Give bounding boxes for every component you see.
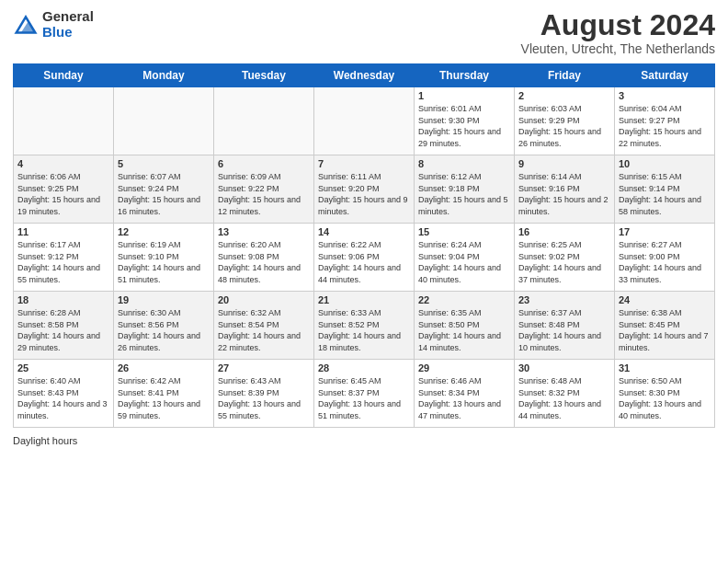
- day-number: 21: [318, 294, 410, 305]
- header: General Blue August 2024 Vleuten, Utrech…: [13, 9, 715, 56]
- logo-blue-text: Blue: [42, 25, 94, 40]
- day-number: 24: [619, 294, 711, 305]
- day-number: 31: [619, 362, 711, 373]
- day-number: 2: [518, 90, 610, 101]
- calendar-day-cell: 13Sunrise: 6:20 AM Sunset: 9:08 PM Dayli…: [214, 224, 314, 292]
- calendar-day-header: Friday: [515, 64, 615, 87]
- day-info: Sunrise: 6:38 AM Sunset: 8:45 PM Dayligh…: [619, 307, 711, 353]
- calendar-day-cell: 18Sunrise: 6:28 AM Sunset: 8:58 PM Dayli…: [14, 292, 114, 360]
- calendar-day-cell: 28Sunrise: 6:45 AM Sunset: 8:37 PM Dayli…: [314, 360, 415, 428]
- day-info: Sunrise: 6:28 AM Sunset: 8:58 PM Dayligh…: [17, 307, 109, 353]
- day-number: 26: [118, 362, 210, 373]
- footer-text: Daylight hours: [13, 435, 77, 446]
- day-info: Sunrise: 6:46 AM Sunset: 8:34 PM Dayligh…: [418, 375, 510, 421]
- day-number: 18: [17, 294, 109, 305]
- day-number: 12: [118, 226, 210, 237]
- day-info: Sunrise: 6:43 AM Sunset: 8:39 PM Dayligh…: [218, 375, 310, 421]
- logo: General Blue: [13, 9, 94, 40]
- day-info: Sunrise: 6:32 AM Sunset: 8:54 PM Dayligh…: [218, 307, 310, 353]
- day-number: 23: [518, 294, 610, 305]
- calendar-day-cell: 10Sunrise: 6:15 AM Sunset: 9:14 PM Dayli…: [615, 155, 715, 224]
- calendar-day-cell: 3Sunrise: 6:04 AM Sunset: 9:27 PM Daylig…: [615, 87, 715, 155]
- calendar-day-cell: 17Sunrise: 6:27 AM Sunset: 9:00 PM Dayli…: [615, 224, 715, 292]
- page: General Blue August 2024 Vleuten, Utrech…: [0, 0, 728, 563]
- day-number: 17: [619, 226, 711, 237]
- calendar-day-cell: 19Sunrise: 6:30 AM Sunset: 8:56 PM Dayli…: [114, 292, 214, 360]
- day-info: Sunrise: 6:12 AM Sunset: 9:18 PM Dayligh…: [418, 171, 510, 217]
- calendar-day-cell: 30Sunrise: 6:48 AM Sunset: 8:32 PM Dayli…: [515, 360, 615, 428]
- day-info: Sunrise: 6:19 AM Sunset: 9:10 PM Dayligh…: [118, 239, 210, 285]
- calendar-day-cell: 29Sunrise: 6:46 AM Sunset: 8:34 PM Dayli…: [415, 360, 515, 428]
- calendar-week-row: 4Sunrise: 6:06 AM Sunset: 9:25 PM Daylig…: [14, 155, 715, 224]
- day-info: Sunrise: 6:11 AM Sunset: 9:20 PM Dayligh…: [318, 171, 410, 217]
- day-number: 20: [218, 294, 310, 305]
- calendar-day-cell: 16Sunrise: 6:25 AM Sunset: 9:02 PM Dayli…: [515, 224, 615, 292]
- day-info: Sunrise: 6:25 AM Sunset: 9:02 PM Dayligh…: [518, 239, 610, 285]
- day-number: 28: [318, 362, 410, 373]
- location: Vleuten, Utrecht, The Netherlands: [521, 41, 715, 56]
- calendar-header-row: SundayMondayTuesdayWednesdayThursdayFrid…: [14, 64, 715, 87]
- calendar-day-cell: 1Sunrise: 6:01 AM Sunset: 9:30 PM Daylig…: [415, 87, 515, 155]
- calendar-week-row: 11Sunrise: 6:17 AM Sunset: 9:12 PM Dayli…: [14, 224, 715, 292]
- calendar-day-cell: 27Sunrise: 6:43 AM Sunset: 8:39 PM Dayli…: [214, 360, 314, 428]
- calendar-day-header: Saturday: [615, 64, 715, 87]
- calendar-day-cell: 8Sunrise: 6:12 AM Sunset: 9:18 PM Daylig…: [415, 155, 515, 224]
- day-info: Sunrise: 6:45 AM Sunset: 8:37 PM Dayligh…: [318, 375, 410, 421]
- calendar-day-header: Monday: [114, 64, 214, 87]
- calendar-day-header: Tuesday: [214, 64, 314, 87]
- calendar-week-row: 1Sunrise: 6:01 AM Sunset: 9:30 PM Daylig…: [14, 87, 715, 155]
- calendar-table: SundayMondayTuesdayWednesdayThursdayFrid…: [13, 63, 715, 428]
- calendar-day-cell: 4Sunrise: 6:06 AM Sunset: 9:25 PM Daylig…: [14, 155, 114, 224]
- day-number: 9: [518, 158, 610, 169]
- day-number: 25: [17, 362, 109, 373]
- day-info: Sunrise: 6:17 AM Sunset: 9:12 PM Dayligh…: [17, 239, 109, 285]
- day-info: Sunrise: 6:15 AM Sunset: 9:14 PM Dayligh…: [619, 171, 711, 217]
- logo-icon: [13, 14, 39, 36]
- calendar-day-cell: 31Sunrise: 6:50 AM Sunset: 8:30 PM Dayli…: [615, 360, 715, 428]
- calendar-day-cell: [214, 87, 314, 155]
- day-info: Sunrise: 6:14 AM Sunset: 9:16 PM Dayligh…: [518, 171, 610, 217]
- calendar-day-cell: 26Sunrise: 6:42 AM Sunset: 8:41 PM Dayli…: [114, 360, 214, 428]
- day-info: Sunrise: 6:04 AM Sunset: 9:27 PM Dayligh…: [619, 103, 711, 149]
- day-number: 7: [318, 158, 410, 169]
- day-info: Sunrise: 6:03 AM Sunset: 9:29 PM Dayligh…: [518, 103, 610, 149]
- day-info: Sunrise: 6:33 AM Sunset: 8:52 PM Dayligh…: [318, 307, 410, 353]
- calendar-day-cell: 23Sunrise: 6:37 AM Sunset: 8:48 PM Dayli…: [515, 292, 615, 360]
- calendar-day-header: Sunday: [14, 64, 114, 87]
- calendar-day-cell: 6Sunrise: 6:09 AM Sunset: 9:22 PM Daylig…: [214, 155, 314, 224]
- day-info: Sunrise: 6:42 AM Sunset: 8:41 PM Dayligh…: [118, 375, 210, 421]
- calendar-day-cell: 12Sunrise: 6:19 AM Sunset: 9:10 PM Dayli…: [114, 224, 214, 292]
- day-info: Sunrise: 6:40 AM Sunset: 8:43 PM Dayligh…: [17, 375, 109, 421]
- day-info: Sunrise: 6:50 AM Sunset: 8:30 PM Dayligh…: [619, 375, 711, 421]
- day-number: 4: [17, 158, 109, 169]
- calendar-day-cell: 2Sunrise: 6:03 AM Sunset: 9:29 PM Daylig…: [515, 87, 615, 155]
- day-info: Sunrise: 6:22 AM Sunset: 9:06 PM Dayligh…: [318, 239, 410, 285]
- calendar-week-row: 25Sunrise: 6:40 AM Sunset: 8:43 PM Dayli…: [14, 360, 715, 428]
- day-info: Sunrise: 6:37 AM Sunset: 8:48 PM Dayligh…: [518, 307, 610, 353]
- day-info: Sunrise: 6:30 AM Sunset: 8:56 PM Dayligh…: [118, 307, 210, 353]
- calendar-day-cell: 25Sunrise: 6:40 AM Sunset: 8:43 PM Dayli…: [14, 360, 114, 428]
- calendar-day-cell: 21Sunrise: 6:33 AM Sunset: 8:52 PM Dayli…: [314, 292, 415, 360]
- title-block: August 2024 Vleuten, Utrecht, The Nether…: [521, 9, 715, 56]
- calendar-day-header: Thursday: [415, 64, 515, 87]
- day-info: Sunrise: 6:01 AM Sunset: 9:30 PM Dayligh…: [418, 103, 510, 149]
- calendar-day-cell: 22Sunrise: 6:35 AM Sunset: 8:50 PM Dayli…: [415, 292, 515, 360]
- day-number: 19: [118, 294, 210, 305]
- footer: Daylight hours: [13, 431, 715, 448]
- day-number: 10: [619, 158, 711, 169]
- calendar-day-cell: 24Sunrise: 6:38 AM Sunset: 8:45 PM Dayli…: [615, 292, 715, 360]
- logo-general-text: General: [42, 9, 94, 25]
- day-number: 30: [518, 362, 610, 373]
- calendar-day-cell: 14Sunrise: 6:22 AM Sunset: 9:06 PM Dayli…: [314, 224, 415, 292]
- calendar-day-cell: 15Sunrise: 6:24 AM Sunset: 9:04 PM Dayli…: [415, 224, 515, 292]
- calendar-day-header: Wednesday: [314, 64, 415, 87]
- calendar-day-cell: 11Sunrise: 6:17 AM Sunset: 9:12 PM Dayli…: [14, 224, 114, 292]
- calendar-day-cell: 7Sunrise: 6:11 AM Sunset: 9:20 PM Daylig…: [314, 155, 415, 224]
- day-number: 15: [418, 226, 510, 237]
- day-number: 11: [17, 226, 109, 237]
- day-info: Sunrise: 6:35 AM Sunset: 8:50 PM Dayligh…: [418, 307, 510, 353]
- day-number: 14: [318, 226, 410, 237]
- day-info: Sunrise: 6:06 AM Sunset: 9:25 PM Dayligh…: [17, 171, 109, 217]
- day-number: 8: [418, 158, 510, 169]
- day-number: 27: [218, 362, 310, 373]
